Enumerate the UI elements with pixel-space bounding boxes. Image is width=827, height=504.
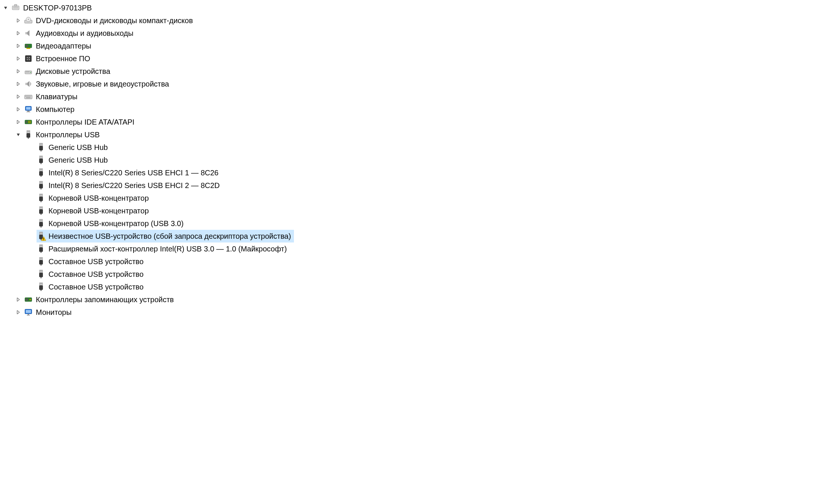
svg-rect-25 (29, 96, 29, 97)
tree-category[interactable]: Контроллеры USB (0, 128, 827, 141)
tree-device[interactable]: Intel(R) 8 Series/C220 Series USB EHCI 2… (0, 179, 827, 192)
ide-controller-icon (24, 118, 33, 126)
svg-rect-43 (41, 144, 42, 145)
svg-rect-50 (41, 163, 42, 164)
chevron-down-icon[interactable] (15, 131, 22, 138)
category-label: Аудиовходы и аудиовыходы (36, 29, 134, 37)
svg-rect-33 (26, 121, 27, 123)
svg-rect-97 (41, 277, 42, 278)
monitor-icon (24, 308, 33, 317)
svg-rect-38 (29, 131, 29, 132)
svg-rect-54 (39, 171, 43, 176)
svg-rect-62 (40, 195, 41, 195)
svg-rect-72 (40, 220, 41, 221)
tree-category[interactable]: Видеоадаптеры (0, 40, 827, 52)
computer-icon (24, 105, 33, 114)
svg-rect-34 (28, 121, 31, 122)
category-label: DVD-дисководы и дисководы компакт-дисков (36, 17, 193, 24)
svg-rect-63 (41, 195, 42, 195)
device-label: Неизвестное USB-устройство (сбой запроса… (48, 232, 291, 240)
device-manager-tree[interactable]: DESKTOP-97013PBDVD-дисководы и дисководы… (0, 1, 827, 319)
tree-device[interactable]: Неизвестное USB-устройство (сбой запроса… (0, 230, 827, 242)
svg-rect-107 (26, 310, 31, 313)
svg-rect-99 (40, 284, 41, 284)
chevron-right-icon[interactable] (15, 43, 22, 49)
svg-rect-57 (40, 182, 41, 183)
tree-device[interactable]: Intel(R) 8 Series/C220 Series USB EHCI 1… (0, 166, 827, 179)
chevron-right-icon[interactable] (15, 55, 22, 62)
usb-controller-icon (24, 130, 33, 139)
chevron-right-icon[interactable] (15, 68, 22, 75)
svg-rect-58 (41, 182, 42, 183)
chevron-right-icon[interactable] (15, 119, 22, 125)
category-label: Звуковые, игровые и видеоустройства (36, 80, 169, 88)
display-adapter-icon (24, 41, 33, 50)
svg-rect-87 (41, 252, 42, 253)
tree-root[interactable]: DESKTOP-97013PB (0, 1, 827, 14)
svg-rect-92 (41, 264, 42, 266)
usb-device-icon (37, 219, 46, 228)
usb-device-icon (37, 244, 46, 253)
svg-rect-71 (40, 219, 43, 222)
svg-rect-76 (40, 232, 43, 235)
chevron-right-icon[interactable] (15, 30, 22, 37)
tree-category[interactable]: Звуковые, игровые и видеоустройства (0, 78, 827, 90)
device-label: Составное USB устройство (48, 258, 144, 265)
chevron-right-icon[interactable] (15, 17, 22, 24)
svg-rect-81 (43, 238, 44, 240)
svg-rect-90 (41, 258, 42, 259)
tree-device[interactable]: Корневой USB-концентратор (0, 192, 827, 204)
svg-rect-40 (28, 138, 29, 139)
chevron-right-icon[interactable] (15, 296, 22, 303)
svg-rect-30 (27, 111, 29, 112)
tree-device[interactable]: Корневой USB-концентратор (USB 3.0) (0, 217, 827, 230)
svg-rect-24 (28, 96, 28, 97)
svg-rect-3 (15, 4, 17, 6)
device-label: Generic USB Hub (48, 156, 108, 164)
svg-rect-109 (27, 315, 30, 316)
tree-device[interactable]: Составное USB устройство (0, 255, 827, 268)
tree-device[interactable]: Расширяемый хост-контроллер Intel(R) USB… (0, 242, 827, 255)
disk-drive-icon (24, 67, 33, 76)
device-label: Составное USB устройство (48, 283, 144, 291)
tree-category[interactable]: Контроллеры запоминающих устройств (0, 293, 827, 306)
tree-category[interactable]: Клавиатуры (0, 90, 827, 103)
svg-rect-77 (40, 233, 41, 234)
tree-category[interactable]: Аудиовходы и аудиовыходы (0, 27, 827, 40)
svg-rect-60 (41, 188, 42, 190)
chevron-right-icon[interactable] (15, 93, 22, 100)
tree-category[interactable]: Мониторы (0, 306, 827, 319)
svg-rect-91 (39, 260, 43, 264)
category-label: Мониторы (36, 309, 72, 316)
tree-category[interactable]: Компьютер (0, 103, 827, 116)
svg-rect-29 (26, 107, 31, 110)
tree-device[interactable]: Корневой USB-концентратор (0, 204, 827, 217)
svg-rect-9 (26, 45, 28, 47)
tree-device[interactable]: Составное USB устройство (0, 281, 827, 293)
tree-device[interactable]: Составное USB устройство (0, 268, 827, 281)
chevron-right-icon[interactable] (15, 81, 22, 87)
svg-rect-85 (41, 245, 42, 246)
svg-rect-31 (26, 112, 30, 112)
tree-category[interactable]: Встроенное ПО (0, 52, 827, 65)
svg-rect-75 (41, 226, 42, 228)
chevron-down-icon[interactable] (2, 4, 9, 11)
chevron-right-icon[interactable] (15, 309, 22, 316)
tree-device[interactable]: Generic USB Hub (0, 141, 827, 154)
device-label: Составное USB устройство (48, 270, 144, 278)
svg-rect-102 (41, 290, 42, 291)
tree-category[interactable]: Контроллеры IDE ATA/ATAPI (0, 116, 827, 128)
chevron-right-icon[interactable] (15, 106, 22, 113)
usb-device-icon (37, 194, 46, 203)
category-label: Клавиатуры (36, 93, 78, 100)
tree-category[interactable]: DVD-дисководы и дисководы компакт-дисков (0, 14, 827, 27)
warning-overlay-icon (41, 236, 46, 241)
tree-category[interactable]: Дисковые устройства (0, 65, 827, 78)
svg-rect-101 (39, 285, 43, 290)
svg-rect-98 (40, 283, 43, 285)
tree-device[interactable]: Generic USB Hub (0, 154, 827, 166)
device-label: Расширяемый хост-контроллер Intel(R) USB… (48, 245, 287, 253)
svg-point-14 (29, 57, 30, 58)
category-label: Дисковые устройства (36, 68, 110, 75)
svg-rect-51 (40, 169, 43, 171)
